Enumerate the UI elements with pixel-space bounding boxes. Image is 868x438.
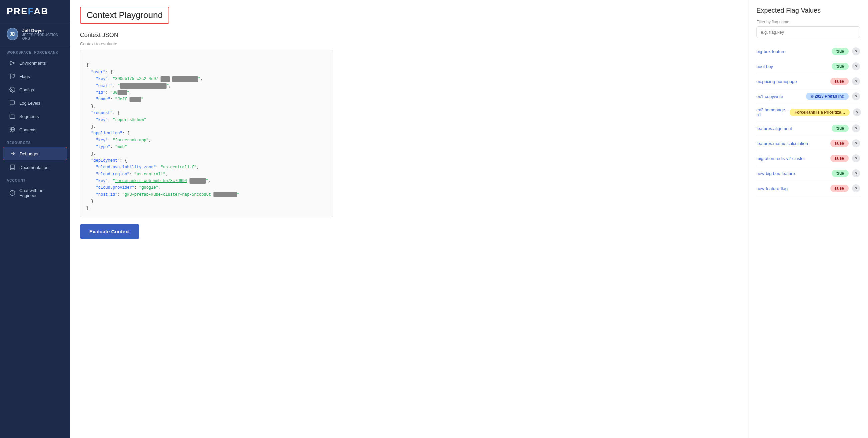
- flag-help-button[interactable]: ?: [852, 62, 860, 70]
- flag-row: ex2.homepage-h1 ForceRank is a Prioritiz…: [756, 104, 860, 121]
- svg-point-1: [10, 64, 11, 65]
- user-info: Jeff Dwyer JEFFS PRODUCTION ORG: [22, 28, 63, 40]
- flag-name[interactable]: features.alignment: [756, 126, 828, 131]
- flag-value-badge: false: [830, 78, 849, 85]
- flag-value-badge: true: [832, 63, 849, 70]
- flag-help-button[interactable]: ?: [852, 154, 860, 162]
- flag-name[interactable]: bool-boy: [756, 64, 828, 69]
- flag-help-button[interactable]: ?: [852, 139, 860, 147]
- logo-text: PREFAB: [7, 6, 63, 17]
- flag-help-button[interactable]: ?: [852, 169, 860, 177]
- content-area: Context Playground Context JSON Context …: [70, 0, 748, 438]
- flag-value-badge: false: [830, 140, 849, 147]
- sidebar: PREFAB JD Jeff Dwyer JEFFS PRODUCTION OR…: [0, 0, 70, 438]
- gear-icon: [9, 87, 15, 93]
- svg-point-6: [12, 89, 13, 91]
- svg-point-0: [10, 61, 11, 62]
- flag-name[interactable]: features.matrix_calculation: [756, 141, 827, 146]
- svg-point-2: [13, 63, 14, 64]
- sidebar-item-label: Log Levels: [19, 101, 40, 106]
- flag-name[interactable]: new-feature-flag: [756, 186, 827, 191]
- workspace-label: WORKSPACE: FORCERANK: [0, 46, 70, 56]
- wand-icon: [10, 151, 16, 157]
- flag-row: ex.pricing-homepage false ?: [756, 74, 860, 89]
- user-name: Jeff Dwyer: [22, 28, 63, 33]
- flag-help-button[interactable]: ?: [852, 92, 860, 100]
- flag-name[interactable]: big-box-feature: [756, 49, 828, 54]
- section-title: Context JSON: [80, 32, 738, 39]
- flag-icon: [9, 73, 15, 79]
- flag-help-button[interactable]: ?: [852, 77, 860, 85]
- sidebar-item-label: Configs: [19, 87, 34, 92]
- user-org: JEFFS PRODUCTION ORG: [22, 33, 63, 40]
- right-panel: Expected Flag Values Filter by flag name…: [748, 0, 868, 438]
- flag-help-button[interactable]: ?: [852, 124, 860, 132]
- flag-row: new-feature-flag false ?: [756, 181, 860, 196]
- sidebar-item-environments[interactable]: Environments: [3, 57, 67, 69]
- flag-name[interactable]: ex2.homepage-h1: [756, 107, 786, 117]
- sidebar-item-flags[interactable]: Flags: [3, 70, 67, 83]
- branch-icon: [9, 60, 15, 66]
- flag-row: features.matrix_calculation false ?: [756, 136, 860, 151]
- flag-value-badge: false: [830, 185, 849, 192]
- user-section: JD Jeff Dwyer JEFFS PRODUCTION ORG: [0, 22, 70, 46]
- sidebar-item-chat[interactable]: Chat with an Engineer: [3, 185, 67, 201]
- sidebar-item-label: Contexts: [19, 127, 36, 132]
- flag-name[interactable]: ex.pricing-homepage: [756, 79, 827, 84]
- flag-help-button[interactable]: ?: [853, 108, 861, 116]
- flag-value-badge: true: [832, 125, 849, 132]
- page-title-box: Context Playground: [80, 7, 169, 24]
- flag-name[interactable]: new-big-box-feature: [756, 171, 828, 176]
- flag-help-button[interactable]: ?: [852, 47, 860, 55]
- globe-icon: [9, 127, 15, 133]
- flag-value-badge: true: [832, 170, 849, 177]
- comment-icon: [9, 100, 15, 106]
- flag-row: big-box-feature true ?: [756, 44, 860, 59]
- flag-value-badge: false: [830, 155, 849, 162]
- filter-label: Filter by flag name: [756, 20, 860, 24]
- flag-list: big-box-feature true ? bool-boy true ? e…: [756, 44, 860, 196]
- sidebar-item-segments[interactable]: Segments: [3, 110, 67, 123]
- json-editor[interactable]: { "user": { "key": "390db175-c2c2-4e97-█…: [80, 50, 333, 217]
- flag-row: new-big-box-feature true ?: [756, 166, 860, 181]
- sidebar-item-label: Chat with an Engineer: [19, 188, 61, 198]
- flag-value-badge: ForceRank is a Prioritiza…: [790, 109, 850, 116]
- context-label: Context to evaluate: [80, 41, 738, 46]
- sidebar-item-configs[interactable]: Configs: [3, 83, 67, 96]
- flag-row: ex1-copywrite © 2023 Prefab Inc ?: [756, 89, 860, 104]
- flag-name[interactable]: migration.redis-v2-cluster: [756, 156, 827, 161]
- flag-row: bool-boy true ?: [756, 59, 860, 74]
- flag-row: features.alignment true ?: [756, 121, 860, 136]
- sidebar-item-label: Documentation: [19, 165, 48, 170]
- folder-icon: [9, 113, 15, 119]
- sidebar-item-label: Environments: [19, 61, 45, 66]
- flag-help-button[interactable]: ?: [852, 184, 860, 192]
- book-icon: [9, 164, 15, 170]
- main-content: Context Playground Context JSON Context …: [70, 0, 868, 438]
- logo: PREFAB: [0, 0, 70, 22]
- flag-row: migration.redis-v2-cluster false ?: [756, 151, 860, 166]
- avatar: JD: [7, 28, 18, 40]
- account-label: ACCOUNT: [0, 174, 70, 184]
- sidebar-item-label: Segments: [19, 114, 39, 119]
- help-icon: [9, 190, 15, 196]
- sidebar-item-label: Debugger: [20, 151, 39, 156]
- filter-input[interactable]: [756, 26, 860, 38]
- page-title: Context Playground: [87, 10, 162, 20]
- svg-line-4: [11, 62, 13, 63]
- sidebar-item-contexts[interactable]: Contexts: [3, 123, 67, 136]
- flag-value-badge: © 2023 Prefab Inc: [806, 93, 849, 100]
- resources-label: RESOURCES: [0, 136, 70, 147]
- sidebar-item-log-levels[interactable]: Log Levels: [3, 97, 67, 109]
- flag-name[interactable]: ex1-copywrite: [756, 94, 803, 99]
- evaluate-context-button[interactable]: Evaluate Context: [80, 224, 139, 239]
- flag-value-badge: true: [832, 48, 849, 55]
- panel-title: Expected Flag Values: [756, 7, 860, 14]
- sidebar-item-debugger[interactable]: Debugger: [3, 147, 67, 160]
- sidebar-item-label: Flags: [19, 74, 30, 79]
- sidebar-item-documentation[interactable]: Documentation: [3, 161, 67, 174]
